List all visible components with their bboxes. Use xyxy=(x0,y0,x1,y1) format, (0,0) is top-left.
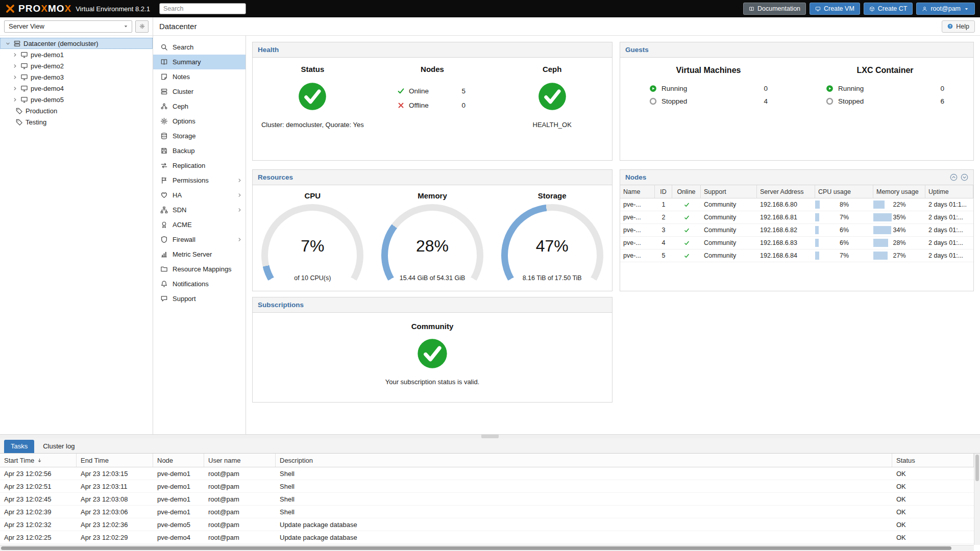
task-row-3[interactable]: Apr 23 12:02:45 Apr 23 12:03:08 pve-demo… xyxy=(0,493,974,506)
tab-cluster-log[interactable]: Cluster log xyxy=(36,440,81,453)
tab-tasks[interactable]: Tasks xyxy=(4,440,34,453)
scrollbar-thumb[interactable] xyxy=(1,546,951,550)
column-header-id[interactable]: ID xyxy=(655,185,672,198)
node-row-2[interactable]: pve-... 2 Community 192.168.6.81 7% 35% … xyxy=(620,211,973,224)
menu-item-options[interactable]: Options xyxy=(153,114,246,129)
column-header-node[interactable]: Node xyxy=(153,454,204,467)
tree-item-testing[interactable]: Testing xyxy=(0,116,153,128)
column-header-name[interactable]: Name xyxy=(620,185,655,198)
tasks-horizontal-scrollbar[interactable] xyxy=(0,545,974,551)
resources-panel-title: Resources xyxy=(253,170,612,185)
chevron-right-icon xyxy=(237,192,242,198)
node-row-3[interactable]: pve-... 3 Community 192.168.6.82 6% 34% … xyxy=(620,224,973,237)
help-button[interactable]: Help xyxy=(942,20,975,33)
tree-item-production[interactable]: Production xyxy=(0,105,153,116)
create-vm-button[interactable]: Create VM xyxy=(810,3,860,15)
collapse-down-icon[interactable] xyxy=(961,173,968,181)
menu-item-cluster[interactable]: Cluster xyxy=(153,84,246,99)
task-row-6[interactable]: Apr 23 12:02:25 Apr 23 12:02:29 pve-demo… xyxy=(0,531,974,544)
menu-item-sdn[interactable]: SDN xyxy=(153,203,246,217)
column-header-support[interactable]: Support xyxy=(701,185,757,198)
column-header-status[interactable]: Status xyxy=(892,454,974,467)
gear-icon xyxy=(139,23,145,29)
task-row-1[interactable]: Apr 23 12:02:56 Apr 23 12:03:15 pve-demo… xyxy=(0,467,974,480)
memory-usage-bar: 35% xyxy=(873,211,925,223)
collapse-up-icon[interactable] xyxy=(950,173,958,181)
menu-item-permissions[interactable]: Permissions xyxy=(153,173,246,188)
replication-arrows-icon xyxy=(160,162,168,169)
page-title: Datacenter xyxy=(159,22,197,31)
column-header-start-time[interactable]: Start Time xyxy=(0,454,77,467)
vm-stopped-count: 4 xyxy=(764,97,768,105)
column-header-uptime[interactable]: Uptime xyxy=(925,185,973,198)
menu-item-summary[interactable]: Summary xyxy=(153,55,246,69)
status-ok-check-icon xyxy=(298,82,327,111)
menu-item-support[interactable]: Support xyxy=(153,291,246,306)
column-header-memory[interactable]: Memory usage xyxy=(873,185,925,198)
node-row-5[interactable]: pve-... 5 Community 192.168.6.84 7% 27% … xyxy=(620,249,973,262)
node-row-1[interactable]: pve-... 1 Community 192.168.6.80 8% 22% … xyxy=(620,198,973,211)
chevron-right-icon[interactable] xyxy=(12,63,18,69)
menu-item-storage[interactable]: Storage xyxy=(153,129,246,143)
offline-count: 0 xyxy=(461,102,468,109)
menu-item-resource-mappings[interactable]: Resource Mappings xyxy=(153,262,246,277)
column-header-user[interactable]: User name xyxy=(204,454,276,467)
menu-item-metric-server[interactable]: Metric Server xyxy=(153,247,246,262)
nodes-panel-title: Nodes xyxy=(625,173,646,181)
menu-item-ceph[interactable]: Ceph xyxy=(153,99,246,114)
chevron-down-icon[interactable] xyxy=(5,41,11,46)
create-ct-button[interactable]: Create CT xyxy=(864,3,913,15)
task-status: OK xyxy=(892,518,974,531)
menu-item-search[interactable]: Search xyxy=(153,40,246,55)
tasks-vertical-scrollbar[interactable] xyxy=(974,454,980,545)
chevron-right-icon[interactable] xyxy=(12,97,18,103)
search-input[interactable] xyxy=(159,3,246,14)
node-icon xyxy=(20,62,28,70)
online-check-icon xyxy=(684,228,690,233)
menu-item-acme[interactable]: ACME xyxy=(153,217,246,232)
column-header-online[interactable]: Online xyxy=(672,185,701,198)
caret-down-icon xyxy=(123,23,129,29)
view-mode-select[interactable]: Server View xyxy=(4,20,132,33)
tree-item-pve-demo5[interactable]: pve-demo5 xyxy=(0,94,153,105)
chevron-right-icon[interactable] xyxy=(12,86,18,91)
task-row-5[interactable]: Apr 23 12:02:32 Apr 23 12:02:36 pve-demo… xyxy=(0,518,974,531)
memory-gauge-block: Memory 28% 15.44 GiB of 54.31 GiB xyxy=(373,191,493,287)
chevron-right-icon xyxy=(237,178,242,183)
user-menu-button[interactable]: root@pam xyxy=(916,3,975,15)
chevron-right-icon[interactable] xyxy=(12,74,18,80)
nodes-table-header: Name ID Online Support Server Address CP… xyxy=(620,185,973,198)
memory-usage-bar: 22% xyxy=(873,198,925,211)
certificate-icon xyxy=(160,221,168,229)
network-icon xyxy=(160,206,168,214)
task-row-4[interactable]: Apr 23 12:02:39 Apr 23 12:03:06 pve-demo… xyxy=(0,506,974,518)
column-header-description[interactable]: Description xyxy=(276,454,892,467)
menu-item-replication[interactable]: Replication xyxy=(153,158,246,173)
task-row-2[interactable]: Apr 23 12:02:51 Apr 23 12:03:11 pve-demo… xyxy=(0,480,974,493)
tree-item-pve-demo1[interactable]: pve-demo1 xyxy=(0,49,153,60)
nodes-offline-row: Offline 0 xyxy=(397,98,468,112)
tree-item-pve-demo2[interactable]: pve-demo2 xyxy=(0,60,153,71)
documentation-button[interactable]: Documentation xyxy=(743,3,806,15)
node-row-4[interactable]: pve-... 4 Community 192.168.6.83 6% 28% … xyxy=(620,237,973,249)
menu-item-ha[interactable]: HA xyxy=(153,188,246,203)
tree-item-pve-demo3[interactable]: pve-demo3 xyxy=(0,71,153,83)
vm-running-row: Running 0 xyxy=(649,82,768,95)
top-bar: PROXMOX Virtual Environment 8.2.1 Docume… xyxy=(0,0,980,17)
menu-item-notifications[interactable]: Notifications xyxy=(153,277,246,291)
memory-percent: 28% xyxy=(381,237,483,256)
scrollbar-thumb[interactable] xyxy=(975,455,979,481)
lxc-guests-block: LXC Container Running 0 xyxy=(797,66,973,108)
memory-usage-bar: 28% xyxy=(873,237,925,249)
tree-settings-button[interactable] xyxy=(135,20,149,33)
menu-item-notes[interactable]: Notes xyxy=(153,69,246,84)
column-header-end-time[interactable]: End Time xyxy=(77,454,153,467)
column-header-address[interactable]: Server Address xyxy=(757,185,815,198)
tree-item-datacenter[interactable]: Datacenter (democluster) xyxy=(0,38,153,49)
tree-item-pve-demo4[interactable]: pve-demo4 xyxy=(0,83,153,94)
bottom-splitter[interactable] xyxy=(0,434,980,438)
column-header-cpu[interactable]: CPU usage xyxy=(815,185,873,198)
chevron-right-icon[interactable] xyxy=(12,52,18,58)
menu-item-backup[interactable]: Backup xyxy=(153,143,246,158)
menu-item-firewall[interactable]: Firewall xyxy=(153,232,246,247)
